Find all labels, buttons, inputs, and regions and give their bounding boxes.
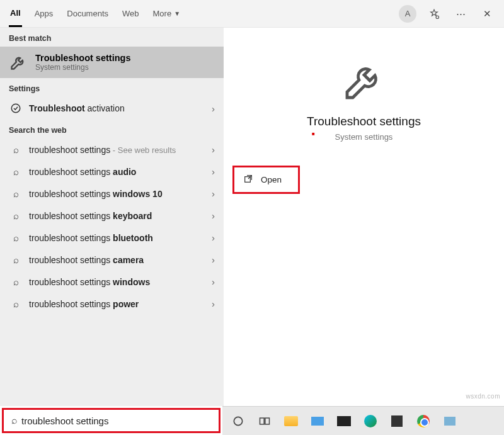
file-explorer-icon[interactable] <box>280 410 302 432</box>
cortana-icon[interactable] <box>227 410 249 432</box>
web-result[interactable]: ⌕ troubleshoot settings windows › <box>0 271 224 293</box>
web-result[interactable]: ⌕ troubleshoot settings keyboard › <box>0 205 224 227</box>
app-icon[interactable] <box>439 410 461 432</box>
feedback-icon[interactable] <box>421 3 447 25</box>
tab-more[interactable]: More▼ <box>152 0 182 27</box>
best-match-label: Best match <box>0 28 224 47</box>
edge-icon[interactable] <box>360 410 381 432</box>
tab-web[interactable]: Web <box>121 0 140 27</box>
open-button[interactable]: Open <box>236 169 297 191</box>
open-external-icon <box>243 174 253 186</box>
annotation-highlight: Open <box>232 166 300 194</box>
web-result-text: troubleshoot settings bluetooth <box>29 233 212 243</box>
bottom-bar: ⌕ <box>0 406 504 435</box>
chevron-right-icon: › <box>212 103 215 114</box>
svg-point-3 <box>234 417 242 425</box>
web-result-text: troubleshoot settings camera <box>29 255 212 265</box>
app-icon[interactable] <box>307 410 328 432</box>
search-icon: ⌕ <box>9 166 23 177</box>
web-result[interactable]: ⌕ troubleshoot settings camera › <box>0 249 224 271</box>
results-panel: Best match Troubleshoot settings System … <box>0 28 224 406</box>
chrome-icon[interactable] <box>413 410 434 432</box>
chevron-right-icon: › <box>212 144 215 155</box>
web-result-text: troubleshoot settings keyboard <box>29 211 212 221</box>
svg-rect-5 <box>265 418 270 424</box>
task-view-icon[interactable] <box>254 410 275 432</box>
chevron-right-icon: › <box>212 276 215 287</box>
wrench-icon <box>341 58 387 103</box>
mail-icon[interactable] <box>333 410 355 432</box>
search-icon: ⌕ <box>9 188 23 199</box>
close-icon[interactable]: ✕ <box>474 3 500 25</box>
chevron-right-icon: › <box>212 298 215 309</box>
detail-panel: Troubleshoot settings System settings ■ … <box>224 28 504 406</box>
open-button-label: Open <box>261 175 282 184</box>
tab-apps[interactable]: Apps <box>33 0 55 27</box>
web-result-text: troubleshoot settings windows 10 <box>29 189 212 199</box>
settings-section-label: Settings <box>0 78 224 97</box>
settings-item-activation[interactable]: Troubleshoot activation › <box>0 97 224 120</box>
detail-title: Troubleshoot settings <box>224 115 504 128</box>
web-result-text: troubleshoot settings audio <box>29 167 212 177</box>
search-header: All Apps Documents Web More▼ A ⋯ ✕ <box>0 0 504 28</box>
wrench-icon <box>9 53 28 72</box>
search-icon: ⌕ <box>9 298 23 309</box>
caret-down-icon: ▼ <box>174 10 180 17</box>
best-match-title: Troubleshoot settings <box>35 53 130 63</box>
best-match-item[interactable]: Troubleshoot settings System settings <box>0 47 224 78</box>
svg-point-0 <box>436 16 439 19</box>
search-web-label: Search the web <box>0 120 224 138</box>
chevron-right-icon: › <box>212 166 215 177</box>
web-result[interactable]: ⌕ troubleshoot settings power › <box>0 293 224 315</box>
search-icon: ⌕ <box>9 254 23 265</box>
detail-subtitle: System settings <box>224 132 504 142</box>
web-result-text: troubleshoot settings power <box>29 299 212 309</box>
more-options-icon[interactable]: ⋯ <box>447 3 474 25</box>
annotation-dot: ■ <box>312 131 315 137</box>
search-icon: ⌕ <box>9 144 23 155</box>
web-result[interactable]: ⌕ troubleshoot settings - See web result… <box>0 138 224 161</box>
svg-rect-6 <box>311 417 324 426</box>
web-result[interactable]: ⌕ troubleshoot settings audio › <box>0 161 224 183</box>
search-input[interactable] <box>21 415 215 426</box>
checkmark-circle-icon <box>9 103 23 114</box>
annotation-highlight: ⌕ <box>2 408 220 433</box>
chevron-right-icon: › <box>212 188 215 199</box>
filter-tabs: All Apps Documents Web More▼ <box>9 0 181 27</box>
web-result[interactable]: ⌕ troubleshoot settings windows 10 › <box>0 183 224 205</box>
best-match-subtitle: System settings <box>35 63 130 72</box>
settings-item-text: Troubleshoot activation <box>29 103 212 113</box>
account-avatar[interactable]: A <box>394 3 421 25</box>
taskbar <box>222 406 504 435</box>
search-icon: ⌕ <box>9 232 23 243</box>
store-icon[interactable] <box>386 410 408 432</box>
web-result[interactable]: ⌕ troubleshoot settings bluetooth › <box>0 227 224 249</box>
search-icon: ⌕ <box>9 210 23 221</box>
svg-point-1 <box>11 104 20 113</box>
tab-documents[interactable]: Documents <box>66 0 110 27</box>
chevron-right-icon: › <box>212 210 215 221</box>
svg-rect-4 <box>260 418 265 424</box>
chevron-right-icon: › <box>212 232 215 243</box>
svg-rect-7 <box>444 417 455 426</box>
search-icon: ⌕ <box>9 276 23 287</box>
chevron-right-icon: › <box>212 254 215 265</box>
search-icon: ⌕ <box>11 415 18 426</box>
web-result-text: troubleshoot settings - See web results <box>29 145 212 155</box>
watermark: wsxdn.com <box>466 393 500 400</box>
web-result-text: troubleshoot settings windows <box>29 277 212 287</box>
tab-all[interactable]: All <box>9 0 22 27</box>
